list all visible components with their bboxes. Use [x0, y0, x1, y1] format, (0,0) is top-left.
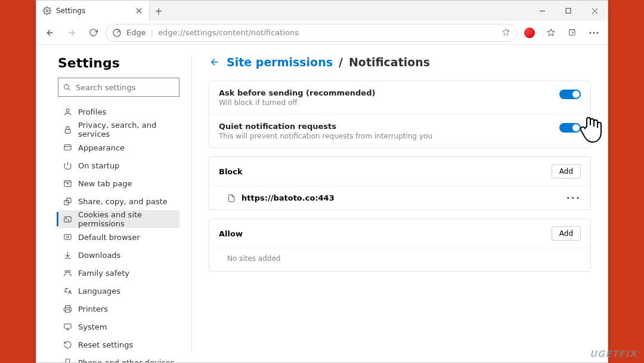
settings-sidebar: Settings Profiles Privacy, search, and s… [36, 45, 191, 362]
sidebar-item-profiles[interactable]: Profiles [58, 103, 179, 121]
sidebar-item-label: Profiles [78, 107, 106, 116]
back-button[interactable] [41, 24, 59, 42]
phone-icon [63, 358, 72, 362]
svg-point-15 [66, 218, 66, 219]
breadcrumb-parent[interactable]: Site permissions [227, 56, 333, 69]
sidebar-item-phone[interactable]: Phone and other devices [58, 353, 179, 362]
svg-rect-1 [566, 8, 571, 13]
sidebar-item-label: Languages [78, 287, 120, 296]
page-content: Settings Profiles Privacy, search, and s… [36, 45, 608, 362]
sidebar-item-label: New tab page [78, 179, 132, 188]
site-more-button[interactable]: ··· [566, 192, 581, 204]
family-icon [63, 268, 72, 278]
svg-point-0 [46, 10, 48, 12]
search-input[interactable] [76, 83, 177, 92]
browser-window: Settings + Edge | edge://settings/conten… [36, 0, 608, 363]
quiet-requests-row: Quiet notification requests This will pr… [209, 114, 590, 147]
svg-rect-10 [64, 144, 70, 150]
sidebar-item-label: Cookies and site permissions [78, 210, 175, 228]
new-tab-button[interactable]: + [150, 1, 168, 21]
svg-rect-9 [65, 129, 70, 133]
block-section-header: Block Add [209, 157, 590, 186]
svg-point-6 [597, 32, 599, 33]
sidebar-item-printers[interactable]: Printers [58, 300, 179, 318]
sidebar-item-label: Printers [78, 304, 108, 313]
sidebar-item-label: Default browser [78, 233, 140, 242]
cookie-icon [63, 214, 72, 224]
block-card: Block Add https://batoto.co:443 ··· [209, 156, 591, 210]
more-button[interactable] [585, 24, 603, 42]
breadcrumb: Site permissions / Notifications [209, 56, 591, 69]
sidebar-item-reset[interactable]: Reset settings [58, 336, 179, 353]
sidebar-item-system[interactable]: System [58, 318, 179, 336]
star-add-icon[interactable] [501, 28, 510, 37]
share-icon [63, 196, 72, 206]
ask-toggle[interactable] [559, 90, 581, 99]
sidebar-item-label: Downloads [78, 251, 120, 260]
sidebar-item-label: Reset settings [78, 340, 133, 349]
sidebar-item-label: Share, copy, and paste [78, 197, 168, 206]
sidebar-item-label: On startup [78, 161, 119, 170]
printer-icon [63, 304, 72, 313]
sidebar-item-default-browser[interactable]: Default browser [58, 228, 179, 246]
browser-icon [63, 232, 72, 242]
close-icon[interactable] [135, 7, 143, 15]
forward-button[interactable] [63, 24, 80, 42]
titlebar: Settings + [36, 1, 608, 21]
setting-title: Quiet notification requests [219, 122, 581, 131]
newtab-icon [63, 179, 72, 188]
address-bar[interactable]: Edge | edge://settings/content/notificat… [106, 24, 517, 42]
sidebar-item-startup[interactable]: On startup [58, 156, 179, 174]
sidebar-item-languages[interactable]: Languages [58, 282, 179, 300]
address-url: edge://settings/content/notifications [158, 28, 497, 37]
block-title: Block [219, 167, 243, 176]
maximize-button[interactable] [555, 1, 581, 21]
collections-button[interactable] [564, 24, 581, 42]
allow-section-header: Allow Add [209, 219, 590, 248]
svg-point-4 [590, 32, 592, 33]
favorites-button[interactable] [542, 24, 560, 42]
allow-card: Allow Add No sites added [209, 219, 591, 272]
svg-rect-22 [64, 324, 70, 328]
blocked-site-row: https://batoto.co:443 ··· [209, 186, 590, 210]
svg-point-16 [68, 220, 69, 220]
refresh-button[interactable] [84, 24, 102, 42]
svg-rect-14 [64, 217, 70, 222]
sidebar-item-label: Family safety [78, 269, 129, 278]
setting-title: Ask before sending (recommended) [219, 88, 581, 97]
minimize-button[interactable] [529, 1, 555, 21]
close-window-button[interactable] [581, 1, 608, 21]
edge-icon [112, 28, 122, 38]
svg-rect-21 [65, 309, 70, 312]
quiet-toggle[interactable] [559, 123, 581, 133]
breadcrumb-separator: / [339, 56, 343, 69]
allow-add-button[interactable]: Add [552, 226, 581, 241]
opera-extension-icon[interactable] [521, 24, 538, 42]
allow-title: Allow [219, 229, 243, 238]
search-settings-box[interactable] [58, 78, 179, 97]
system-icon [63, 322, 72, 331]
sidebar-item-downloads[interactable]: Downloads [58, 246, 179, 264]
sidebar-item-newtab[interactable]: New tab page [58, 174, 179, 192]
breadcrumb-back-button[interactable] [209, 56, 221, 68]
sidebar-item-appearance[interactable]: Appearance [58, 139, 179, 156]
sidebar-title: Settings [58, 56, 179, 70]
sidebar-item-family[interactable]: Family safety [58, 264, 179, 282]
sidebar-item-label: Appearance [78, 143, 125, 152]
svg-rect-23 [66, 359, 69, 362]
svg-point-19 [65, 270, 67, 273]
appearance-icon [63, 143, 72, 152]
search-icon [63, 84, 71, 91]
tab-title: Settings [56, 7, 130, 15]
sidebar-item-privacy[interactable]: Privacy, search, and services [58, 121, 179, 139]
address-separator: | [151, 28, 153, 37]
address-label: Edge [126, 28, 146, 37]
download-icon [63, 250, 72, 260]
sidebar-item-share[interactable]: Share, copy, and paste [58, 192, 179, 210]
block-add-button[interactable]: Add [552, 164, 581, 179]
setting-description: Will block if turned off [219, 99, 581, 107]
language-icon [63, 286, 72, 296]
browser-tab[interactable]: Settings [36, 1, 150, 21]
sidebar-item-cookies[interactable]: Cookies and site permissions [58, 210, 179, 228]
svg-point-8 [66, 109, 69, 112]
